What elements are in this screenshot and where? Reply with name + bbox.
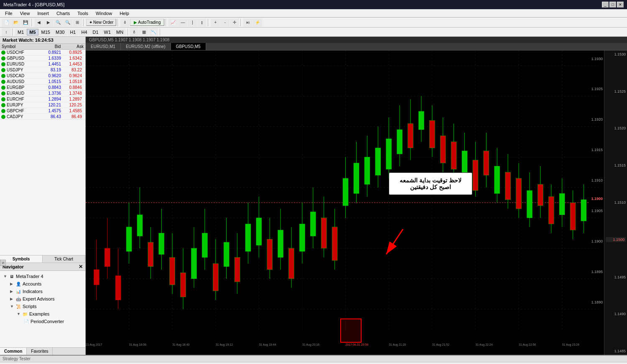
svg-rect-30: [137, 215, 143, 236]
tf-h1[interactable]: H1: [67, 29, 78, 35]
market-watch-header: Market Watch: 16:24:53: [0, 37, 85, 44]
tree-accounts[interactable]: ▶ 👤 Accounts: [2, 280, 84, 288]
new-order-btn[interactable]: ✦New Order: [86, 19, 116, 26]
tf-m5[interactable]: M5: [27, 29, 38, 35]
play-btn[interactable]: ⏯: [243, 18, 252, 27]
maximize-button[interactable]: □: [609, 2, 616, 8]
menu-tools[interactable]: Tools: [74, 10, 92, 17]
svg-rect-112: [581, 200, 586, 221]
tree-root[interactable]: ▼ 🖥 MetaTrader 4: [2, 273, 84, 280]
price-1890: 1.1890: [591, 300, 603, 304]
row-ask: 86.49: [61, 114, 82, 119]
close-button[interactable]: ✕: [617, 2, 624, 8]
zoom-out-btn[interactable]: 🔍: [63, 18, 72, 27]
zoom-out2-btn[interactable]: -: [220, 18, 229, 27]
svg-rect-42: [202, 233, 207, 257]
annotation-line1: لاحظ توقيت بداية الشمعه: [395, 177, 466, 184]
linechart-btn[interactable]: 📉: [149, 28, 158, 36]
menu-view[interactable]: View: [17, 10, 33, 17]
fib-btn[interactable]: ⫿: [197, 18, 206, 27]
chart-canvas[interactable]: 21 Aug 2017 31 Aug 18:08 31 Aug 18:40 31…: [86, 51, 627, 355]
back-btn[interactable]: ◀: [34, 18, 43, 27]
sep2: [83, 19, 85, 26]
sep3: [117, 19, 119, 26]
tree-period-converter-label: PeriodConverter: [31, 319, 64, 324]
chart-info-bar: GBPUSD,M5 1.1907 1.1908 1.1907 1.1908: [86, 37, 627, 43]
window-controls[interactable]: _ □ ✕: [602, 2, 624, 8]
navigator-close-btn[interactable]: ✕: [79, 264, 83, 270]
market-watch-row[interactable]: EURJPY 120.21 120.25: [0, 102, 85, 108]
tf-w1[interactable]: W1: [102, 29, 114, 35]
svg-rect-86: [440, 136, 446, 163]
fwd-btn[interactable]: ▶: [44, 18, 53, 27]
chart-type1-btn[interactable]: 🕯: [120, 18, 130, 27]
tree-scripts[interactable]: ▼ 📜 Scripts: [2, 303, 84, 310]
tab-tick-chart[interactable]: Tick Chart: [43, 255, 85, 263]
menu-insert[interactable]: Insert: [34, 10, 52, 17]
tf-m1[interactable]: M1: [15, 29, 26, 35]
tf-m30[interactable]: M30: [53, 29, 67, 35]
market-watch-row[interactable]: GBPCHF 1.4575 1.4585: [0, 108, 85, 114]
market-watch-row[interactable]: AUDUSD 1.0515 1.0518: [0, 79, 85, 85]
tab-eurusd-m2[interactable]: EURUSD,M2 (offline): [121, 43, 171, 50]
tf-m15[interactable]: M15: [39, 29, 53, 35]
line-btn[interactable]: 📈: [168, 18, 178, 27]
crosshair-btn[interactable]: ✛: [230, 18, 239, 27]
menu-file[interactable]: File: [2, 10, 16, 17]
main-container: Market Watch: 16:24:53 Symbol Bid Ask US…: [0, 37, 627, 355]
nav-bottom-tabs: Common Favorites: [0, 347, 85, 355]
tf-h4[interactable]: H4: [79, 29, 89, 35]
tree-expert-advisors[interactable]: ▶ 🤖 Expert Advisors: [2, 295, 84, 303]
market-watch-row[interactable]: GBPUSD 1.6339 1.6342: [0, 56, 85, 61]
navigator-header: Navigator ✕: [0, 263, 85, 271]
h-line-btn[interactable]: —: [178, 18, 187, 27]
tree-examples[interactable]: ▼ 📁 Examples: [2, 310, 84, 318]
market-watch-row[interactable]: EURUSD 1.4451 1.4453: [0, 61, 85, 67]
minimize-button[interactable]: _: [602, 2, 609, 8]
price-1910: 1.1910: [591, 178, 603, 182]
ea-expand-icon: ▶: [10, 297, 14, 301]
indicator-btn[interactable]: ⚡: [253, 18, 262, 27]
candlestick-btn[interactable]: 🕯: [130, 28, 139, 36]
market-watch-row[interactable]: EURCHF 1.2894 1.2897: [0, 96, 85, 102]
svg-rect-88: [451, 142, 456, 169]
tab-favorites[interactable]: Favorites: [27, 348, 53, 355]
market-watch-row[interactable]: USDCAD 0.9620 0.9624: [0, 73, 85, 79]
open-btn[interactable]: 📂: [11, 18, 20, 27]
tab-gbpusd-m5[interactable]: GBPUSD,M5: [171, 43, 206, 50]
menu-charts[interactable]: Charts: [53, 10, 73, 17]
prop-btn[interactable]: ⊞: [73, 18, 82, 27]
barchart-btn[interactable]: ▦: [139, 28, 148, 36]
new-chart-btn[interactable]: 📄: [2, 18, 11, 27]
tree-period-converter[interactable]: 📄 PeriodConverter: [2, 318, 84, 325]
market-watch-row[interactable]: EURAUD 1.3736 1.3748: [0, 91, 85, 96]
tab-symbols[interactable]: Symbols: [0, 255, 43, 263]
menu-help[interactable]: Help: [116, 10, 133, 17]
tree-indicators[interactable]: ▶ 📊 Indicators: [2, 288, 84, 295]
v-line-btn[interactable]: |: [188, 18, 197, 27]
market-watch-row[interactable]: USDCHF 0.8921 0.8925: [0, 50, 85, 56]
market-watch-row[interactable]: CADJPY 86.43 86.49: [0, 114, 85, 120]
arrow-tools-btn[interactable]: ↕: [2, 28, 11, 36]
row-dot: [1, 103, 5, 107]
market-watch-row[interactable]: USDJPY 83.19 83.22: [0, 67, 85, 73]
svg-rect-60: [300, 224, 305, 252]
zoom-in-btn[interactable]: 🔍: [54, 18, 63, 27]
tf-mn[interactable]: MN: [114, 29, 126, 35]
strategy-tester-side-label[interactable]: S: [0, 260, 6, 266]
row-symbol: USDCAD: [7, 73, 37, 78]
tab-common[interactable]: Common: [0, 348, 27, 355]
pa-4: 1.1515: [606, 163, 626, 167]
price-axis: 1.1530 1.1525 1.1520 1.1515 1.1510 1.150…: [604, 51, 627, 355]
market-watch-row[interactable]: EURGBP 0.8843 0.8846: [0, 85, 85, 91]
save-btn[interactable]: 💾: [21, 18, 30, 27]
svg-rect-102: [527, 190, 532, 218]
row-ask: 1.6342: [61, 56, 82, 61]
price-1895: 1.1895: [591, 270, 603, 274]
menu-window[interactable]: Window: [92, 10, 115, 17]
zoom-in2-btn[interactable]: +: [211, 18, 220, 27]
tab-eurusd-m1[interactable]: EURUSD,M1: [86, 43, 121, 50]
autotrading-btn[interactable]: ▶AutoTrading: [130, 19, 164, 26]
tf-d1[interactable]: D1: [90, 29, 101, 35]
market-watch-rows: USDCHF 0.8921 0.8925 GBPUSD 1.6339 1.634…: [0, 50, 85, 255]
